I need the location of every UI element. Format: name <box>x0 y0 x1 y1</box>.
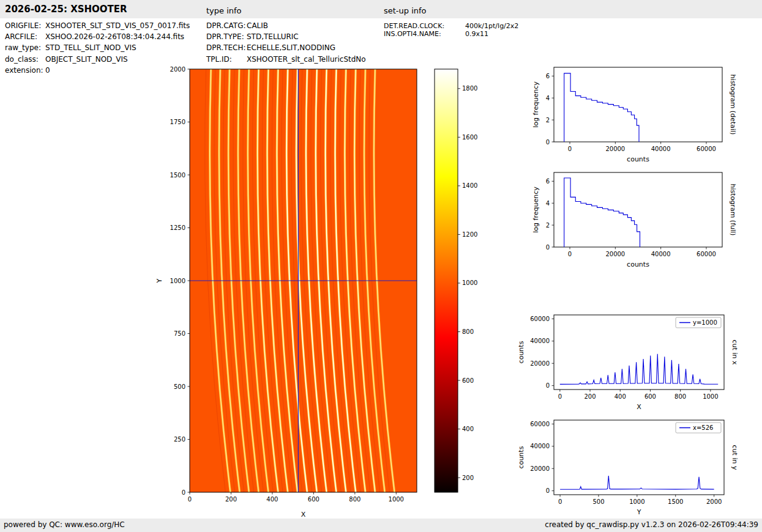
cut_x-plot: 020040060080010000200004000060000Xcounts… <box>517 315 739 411</box>
histogram_detail-ytick-label: 6 <box>546 73 550 79</box>
raw_image-xlabel: X <box>301 511 306 519</box>
colorbar-tick-label: 1600 <box>462 134 477 141</box>
cut_y-ytick-label: 0 <box>546 487 550 494</box>
raw_image-xtick-label: 1000 <box>389 496 404 503</box>
colorbar-tick-label: 400 <box>462 426 474 432</box>
raw_image-xtick-label: 600 <box>308 496 319 503</box>
cut_y-ylabel: counts <box>517 446 525 468</box>
colorbar-tick-label: 1800 <box>462 85 477 92</box>
raw_image-ytick-label: 500 <box>174 383 185 390</box>
histogram_full-ytick-label: 4 <box>546 200 550 207</box>
footer-created-by: created by qc_rawdisp.py v1.2.3 on 2026-… <box>545 520 758 529</box>
histogram_detail-ytick-label: 2 <box>546 117 550 124</box>
histogram_full-xtick-label: 60000 <box>697 251 716 257</box>
colorbar-tick-label: 1400 <box>462 182 477 189</box>
colorbar-tick-label: 600 <box>462 377 474 384</box>
histogram_detail-right-label: histogram (detail) <box>729 75 737 135</box>
raw_image-ytick-label: 250 <box>174 436 185 443</box>
plots-canvas: 0200400600800100002505007501000125015001… <box>0 0 762 532</box>
colorbar-tick-label: 200 <box>462 475 474 481</box>
raw_image-ytick-label: 1250 <box>170 224 185 231</box>
cut_x-xtick-label: 1000 <box>703 393 718 400</box>
cut_x-legend-label: y=1000 <box>693 319 717 326</box>
cut_x-ytick-label: 40000 <box>530 338 550 344</box>
cut_y-xlabel: Y <box>637 508 641 516</box>
raw_image-ytick-label: 1500 <box>170 172 185 179</box>
cut_x-ytick-label: 60000 <box>530 316 550 322</box>
cut_y-ytick-label: 20000 <box>530 465 550 472</box>
histogram_full-bg <box>554 172 722 247</box>
cut_x-xtick-label: 800 <box>674 393 686 400</box>
histogram_detail-xtick-label: 0 <box>568 146 572 152</box>
cut_x-right-label: cut in x <box>731 340 739 365</box>
histogram_detail-plot: 02000040000600000246countslog frequencyh… <box>532 67 737 163</box>
cut_y-xtick-label: 2000 <box>706 498 722 505</box>
raw_image-ytick-label: 0 <box>182 489 185 496</box>
colorbar-gradient <box>435 69 458 492</box>
histogram_detail-xtick-label: 60000 <box>697 146 716 152</box>
raw_image-ylabel: Y <box>155 278 163 283</box>
raw_image-ytick-label: 2000 <box>170 66 185 73</box>
footer-powered-by: powered by QC: www.eso.org/HC <box>4 520 125 529</box>
histogram_full-xlabel: counts <box>627 260 649 268</box>
cut_y-xtick-label: 1000 <box>629 498 644 505</box>
cut_y-xtick-label: 500 <box>592 498 604 505</box>
colorbar-tick-label: 1000 <box>462 279 477 286</box>
histogram_detail-ytick-label: 4 <box>546 95 550 102</box>
raw_image-ytick-label: 750 <box>174 330 185 337</box>
colorbar-tick-label: 1200 <box>462 231 477 238</box>
histogram_detail-bg <box>554 67 722 142</box>
cut_y-ytick-label: 40000 <box>530 443 550 449</box>
cut_y-ytick-label: 60000 <box>530 421 550 427</box>
colorbar: 20040060080010001200140016001800 <box>435 69 477 492</box>
histogram_full-xtick-label: 40000 <box>651 251 671 257</box>
cut_x-xlabel: X <box>637 403 641 411</box>
histogram_full-ylabel: log frequency <box>532 187 540 233</box>
raw_image-ytick-label: 1750 <box>170 119 185 125</box>
cut_y-xtick-label: 1500 <box>668 498 683 505</box>
cut_x-xtick-label: 200 <box>584 393 596 400</box>
histogram_full-xtick-label: 20000 <box>605 251 625 257</box>
histogram_full-plot: 02000040000600000246countslog frequencyh… <box>532 172 737 268</box>
histogram_detail-xtick-label: 20000 <box>605 146 625 152</box>
raw_image-xtick-label: 200 <box>225 496 237 503</box>
histogram_full-ytick-label: 0 <box>546 244 550 251</box>
histogram_detail-xtick-label: 40000 <box>651 146 671 152</box>
histogram_full-ytick-label: 6 <box>546 178 550 185</box>
histogram_detail-xlabel: counts <box>627 155 649 163</box>
colorbar-tick-label: 800 <box>462 328 474 335</box>
cut_x-xtick-label: 0 <box>558 393 562 400</box>
footer-bar: powered by QC: www.eso.org/HC created by… <box>0 519 762 532</box>
cut_x-ylabel: counts <box>517 341 525 363</box>
cut_y-right-label: cut in y <box>731 445 739 470</box>
qc-report-page: 2026-02-25: XSHOOTER type info set-up in… <box>0 0 762 532</box>
cut_x-xtick-label: 600 <box>644 393 656 400</box>
cut_y-xtick-label: 0 <box>558 498 562 505</box>
cut_x-xtick-label: 400 <box>614 393 626 400</box>
raw_image-xtick-label: 400 <box>266 496 278 503</box>
raw-image-plot: 0200400600800100002505007501000125015001… <box>155 66 417 519</box>
cut_y-plot: 05001000150020000200004000060000Ycountsc… <box>517 420 739 516</box>
cut_x-ytick-label: 20000 <box>530 360 550 367</box>
histogram_detail-ylabel: log frequency <box>532 81 540 128</box>
histogram_full-ytick-label: 2 <box>546 222 550 229</box>
cut_x-ytick-label: 0 <box>546 382 550 389</box>
cut_y-legend-label: x=526 <box>693 424 713 431</box>
histogram_full-xtick-label: 0 <box>568 251 572 257</box>
raw_image-ytick-label: 1000 <box>170 278 185 284</box>
raw_image-xtick-label: 0 <box>188 496 192 503</box>
histogram_full-right-label: histogram (full) <box>729 184 737 236</box>
histogram_detail-ytick-label: 0 <box>546 139 550 146</box>
raw_image-xtick-label: 800 <box>349 496 360 503</box>
